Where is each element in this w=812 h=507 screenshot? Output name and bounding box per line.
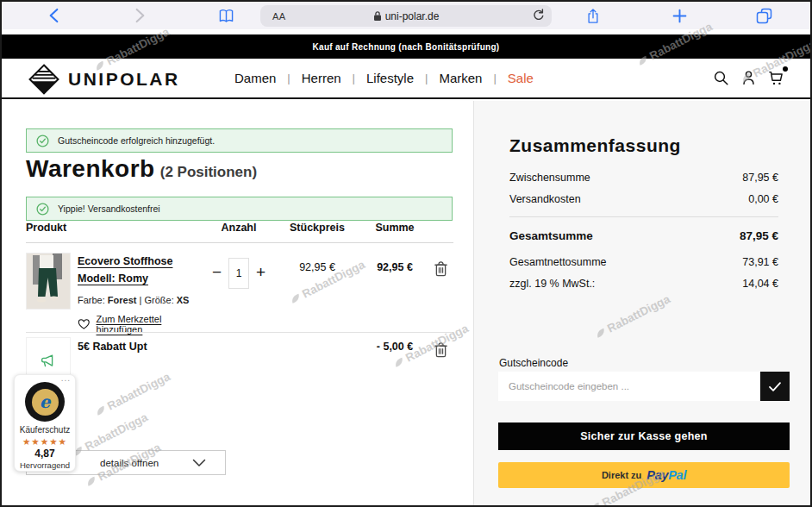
address-bar[interactable]: AA uni-polar.de: [260, 5, 552, 27]
column-product: Produkt: [26, 222, 200, 234]
nav-item-lifestyle[interactable]: Lifestyle: [366, 71, 414, 85]
cart-table-header: Produkt Anzahl Stückpreis Summe: [26, 222, 453, 243]
brand-logo[interactable]: UNIPOLAR: [28, 63, 180, 96]
check-circle-icon: [36, 135, 49, 147]
screenshot-frame: AA uni-polar.de Kauf auf Rechnung (nach …: [0, 0, 812, 507]
brand-name: UNIPOLAR: [68, 69, 180, 90]
cart-title: Warenkorb (2 Positionen): [26, 155, 257, 183]
rating-stars: ★★★★★: [15, 436, 75, 447]
lock-icon: [373, 10, 382, 22]
rating-score: 4,87: [15, 448, 75, 460]
discount-name: 5€ Rabatt Upt: [71, 337, 200, 385]
discount-amount: - 5,00 €: [357, 337, 433, 385]
summary-rows: Zwischensumme87,95 € Versandkosten0,00 €…: [509, 172, 778, 299]
row-divider: [26, 332, 453, 333]
line-total: 92,95 €: [357, 253, 433, 335]
voucher-input[interactable]: [498, 372, 760, 401]
summary-row-shipping: Versandkosten0,00 €: [509, 193, 778, 205]
product-image[interactable]: [26, 253, 71, 310]
promo-banner: Kauf auf Rechnung (nach Bonitätsprüfung): [2, 34, 810, 59]
summary-row-subtotal: Zwischensumme87,95 €: [509, 172, 778, 184]
summary-row-vat: zzgl. 19 % MwSt.:14,04 €: [509, 278, 778, 290]
unit-price: 92,95 €: [278, 253, 357, 335]
check-circle-icon: [36, 203, 49, 216]
rating-word: Hervorragend: [15, 460, 75, 470]
reload-icon[interactable]: [532, 8, 545, 24]
quantity-decrease-button[interactable]: −: [212, 258, 222, 287]
account-icon[interactable]: [739, 68, 758, 87]
trusted-shops-badge-icon: e: [25, 382, 65, 422]
summary-row-net: Gesamtnettosumme73,91 €: [509, 256, 778, 268]
column-unit-price: Stückpreis: [278, 222, 357, 234]
paypal-button[interactable]: Direkt zu PayPal: [498, 462, 790, 488]
quantity-stepper: − 1 +: [200, 253, 278, 335]
free-shipping-text: Yippie! Versandkostenfrei: [58, 203, 160, 214]
forward-icon[interactable]: [129, 5, 150, 26]
summary-panel: Zusammenfassung Zwischensumme87,95 € Ver…: [473, 101, 812, 507]
details-toggle-label: details öffnen: [100, 458, 159, 468]
url-text: uni-polar.de: [385, 10, 440, 22]
heart-icon: [78, 318, 91, 330]
cart-badge: [783, 66, 788, 72]
nav-separator: |: [353, 72, 355, 84]
nav-separator: |: [425, 72, 428, 84]
product-info: Ecovero Stoffhose Modell: Romy Farbe: Fo…: [71, 253, 200, 335]
product-variant: Farbe: Forest | Größe: XS: [78, 295, 200, 305]
cart-row-discount: 5€ Rabatt Upt - 5,00 €: [26, 337, 453, 385]
checkout-button[interactable]: Sicher zur Kasse gehen: [498, 422, 790, 450]
column-total: Summe: [357, 222, 433, 234]
voucher-form: [498, 372, 790, 401]
tabs-icon[interactable]: [753, 5, 774, 26]
check-icon: [768, 381, 782, 392]
browser-toolbar: AA uni-polar.de: [2, 2, 810, 29]
megaphone-icon: [39, 352, 58, 371]
unipolar-diamond-icon: [28, 63, 60, 96]
remove-item-icon[interactable]: [433, 253, 453, 335]
summary-divider: [509, 216, 778, 217]
back-icon[interactable]: [43, 5, 64, 26]
column-quantity: Anzahl: [200, 222, 278, 234]
main-nav: Damen | Herren | Lifestyle | Marken | Sa…: [234, 59, 534, 97]
bookmarks-icon[interactable]: [215, 5, 236, 26]
product-name-link[interactable]: Ecovero Stoffhose Modell: Romy: [78, 253, 200, 287]
cart-row-product: Ecovero Stoffhose Modell: Romy Farbe: Fo…: [26, 253, 453, 335]
voucher-success-text: Gutscheincode erfolgreich hinzugefügt.: [58, 135, 215, 146]
voucher-submit-button[interactable]: [760, 372, 790, 401]
remove-discount-icon[interactable]: [433, 337, 453, 385]
nav-item-damen[interactable]: Damen: [234, 71, 276, 85]
promo-banner-text: Kauf auf Rechnung (nach Bonitätsprüfung): [313, 42, 500, 52]
summary-row-total: Gesamtsumme87,95 €: [509, 229, 778, 242]
trusted-shops-label: Käuferschutz: [15, 425, 75, 435]
cart-item-count: (2 Positionen): [160, 164, 257, 181]
paypal-button-prefix: Direkt zu: [602, 470, 641, 480]
share-icon[interactable]: [583, 5, 603, 26]
trusted-shops-widget[interactable]: ... e Käuferschutz ★★★★★ 4,87 Hervorrage…: [14, 374, 76, 472]
nav-item-sale[interactable]: Sale: [508, 71, 534, 85]
paypal-logo: PayPal: [646, 468, 686, 482]
reader-button[interactable]: AA: [272, 11, 286, 22]
nav-item-marken[interactable]: Marken: [439, 71, 482, 85]
summary-title: Zusammenfassung: [509, 135, 681, 156]
search-icon[interactable]: [711, 68, 730, 87]
voucher-label: Gutscheincode: [499, 357, 568, 369]
page-title: Warenkorb: [26, 155, 155, 183]
nav-separator: |: [493, 72, 496, 84]
quantity-increase-button[interactable]: +: [256, 258, 265, 287]
quantity-input[interactable]: 1: [228, 258, 249, 289]
voucher-success-alert: Gutscheincode erfolgreich hinzugefügt.: [26, 128, 453, 153]
nav-item-herren[interactable]: Herren: [302, 71, 341, 85]
chevron-down-icon: [192, 459, 206, 467]
site-header: UNIPOLAR Damen | Herren | Lifestyle | Ma…: [2, 59, 810, 99]
trusted-shops-menu[interactable]: ...: [61, 373, 71, 383]
free-shipping-alert: Yippie! Versandkostenfrei: [26, 197, 453, 221]
new-tab-icon[interactable]: [669, 5, 690, 26]
cart-icon[interactable]: [767, 68, 786, 87]
nav-separator: |: [287, 72, 290, 84]
